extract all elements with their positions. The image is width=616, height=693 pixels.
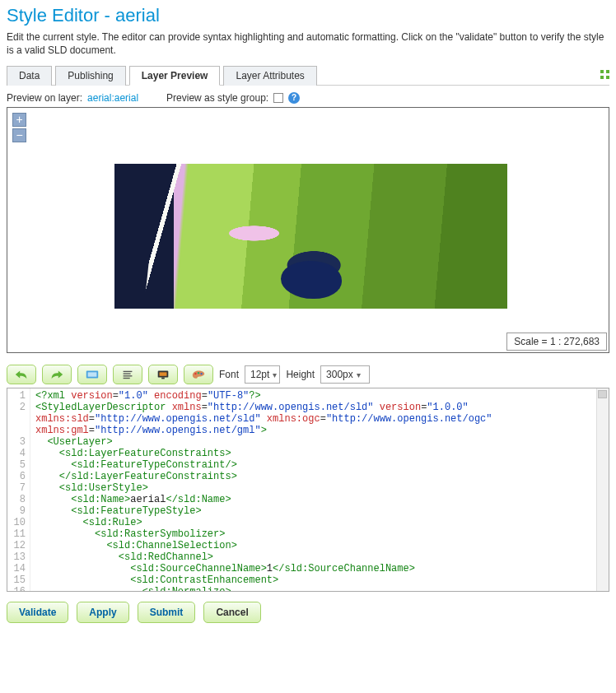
scrollbar-thumb[interactable] [598,390,607,398]
tab-publishing[interactable]: Publishing [55,66,125,86]
preview-bar: Preview on layer: aerial:aerial Preview … [7,92,609,104]
page-description: Edit the current style. The editor can p… [7,31,609,57]
preview-group-checkbox[interactable] [273,93,283,103]
cancel-button[interactable]: Cancel [203,602,260,623]
zoom-in-button[interactable]: + [12,113,26,127]
help-icon[interactable]: ? [288,92,300,104]
line-gutter: 1 2 3 4 5 6 7 8 9 10 11 12 13 14 15 16 1… [7,388,30,591]
code-content[interactable]: <?xml version="1.0" encoding="UTF-8"?> <… [30,388,609,591]
svg-rect-7 [160,372,167,376]
height-select[interactable]: 300px▾ [320,365,370,384]
format-button[interactable] [113,365,142,384]
validate-button[interactable]: Validate [7,602,68,623]
svg-rect-8 [161,378,165,379]
submit-button[interactable]: Submit [138,602,196,623]
font-label: Font [219,369,239,380]
tab-layer-preview[interactable]: Layer Preview [129,66,221,86]
apply-button[interactable]: Apply [77,602,128,623]
display-button[interactable] [148,365,178,384]
svg-point-9 [194,373,196,374]
chevron-down-icon: ▾ [273,370,277,379]
expand-icon[interactable] [600,70,609,81]
action-bar: Validate Apply Submit Cancel [7,602,609,623]
tab-layer-attributes[interactable]: Layer Attributes [223,66,316,86]
editor-scrollbar[interactable] [596,388,609,591]
font-select[interactable]: 12pt▾ [245,365,280,384]
svg-point-10 [198,372,199,374]
scale-readout: Scale = 1 : 272,683 [506,333,607,351]
tabs-bar: Data Publishing Layer Preview Layer Attr… [7,65,609,86]
svg-rect-1 [88,372,97,376]
preview-group-label: Preview as style group: [166,92,268,104]
svg-point-11 [200,373,202,374]
height-label: Height [286,369,315,380]
zoom-out-button[interactable]: − [12,128,26,142]
tab-data[interactable]: Data [7,66,52,86]
redo-button[interactable] [42,365,72,384]
map-preview[interactable]: + − Scale = 1 : 272,683 [7,107,609,353]
preview-layer-link[interactable]: aerial:aerial [87,92,138,104]
palette-button[interactable] [184,365,213,384]
map-image [114,164,507,309]
page-title: Style Editor - aerial [7,5,609,26]
chevron-down-icon: ▾ [357,370,361,379]
undo-button[interactable] [7,365,36,384]
layer-button[interactable] [77,365,107,384]
editor-toolbar: Font 12pt▾ Height 300px▾ [7,365,609,384]
preview-label: Preview on layer: [7,92,82,104]
code-editor[interactable]: 1 2 3 4 5 6 7 8 9 10 11 12 13 14 15 16 1… [7,388,609,592]
